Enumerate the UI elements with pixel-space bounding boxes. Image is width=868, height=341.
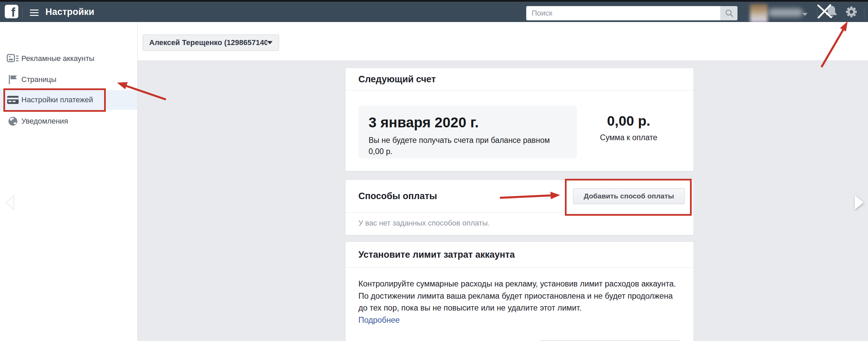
search-input[interactable] — [526, 6, 721, 20]
payment-methods-card-body: У вас нет заданных способов оплаты. — [346, 213, 693, 234]
spend-limit-card: Установите лимит затрат аккаунта Контрол… — [345, 241, 694, 341]
next-bill-card: Следующий счет 3 января 2020 г. Вы не бу… — [345, 68, 694, 171]
card-title: Следующий счет — [358, 74, 436, 85]
search-icon — [725, 9, 734, 18]
payment-methods-card: Способы оплаты Добавить способ оплаты У … — [345, 179, 694, 235]
sidebar-item-pages[interactable]: Страницы — [0, 70, 137, 89]
top-navbar: f Настройки — [0, 2, 868, 22]
settings-sidebar: Рекламные аккаунты Страницы Настройки — [0, 22, 138, 341]
spend-limit-description: Контролируйте суммарные расходы на рекла… — [358, 278, 680, 326]
spend-limit-card-body: Контролируйте суммарные расходы на рекла… — [346, 268, 693, 341]
sidebar-item-label: Настройки платежей — [21, 95, 93, 104]
page-title: Настройки — [45, 2, 94, 22]
learn-more-link[interactable]: Подробнее — [358, 314, 400, 326]
avatar[interactable] — [750, 4, 768, 23]
carousel-left-arrow[interactable] — [4, 194, 15, 212]
amount-due-label: Сумма к оплате — [600, 133, 657, 142]
navbar-divider — [22, 8, 23, 19]
facebook-logo-icon[interactable]: f — [5, 5, 18, 18]
next-bill-card-body: 3 января 2020 г. Вы не будете получать с… — [346, 91, 693, 158]
add-payment-method-button[interactable]: Добавить способ оплаты — [573, 188, 685, 204]
payment-methods-card-header: Способы оплаты Добавить способ оплаты — [346, 180, 693, 213]
card-title: Способы оплаты — [358, 191, 437, 201]
ad-accounts-icon — [6, 54, 20, 63]
chevron-down-icon — [267, 41, 273, 44]
globe-icon — [6, 116, 20, 126]
search-button[interactable] — [721, 6, 737, 20]
next-bill-amount-block: 0,00 р. Сумма к оплате — [577, 106, 680, 158]
card-title: Установите лимит затрат аккаунта — [358, 250, 515, 260]
profile-menu-caret-icon[interactable] — [802, 11, 808, 17]
sidebar-item-ad-accounts[interactable]: Рекламные аккаунты — [0, 49, 137, 68]
sidebar-item-label: Рекламные аккаунты — [21, 54, 94, 63]
credit-card-icon — [6, 95, 20, 104]
account-selector-dropdown[interactable]: Алексей Терещенко (1298657140... — [143, 35, 279, 51]
sidebar-item-notifications[interactable]: Уведомления — [0, 112, 137, 131]
carousel-right-arrow[interactable] — [854, 194, 865, 213]
search-bar — [526, 6, 737, 20]
hamburger-menu-icon[interactable] — [30, 9, 39, 16]
user-name-blurred — [768, 8, 803, 17]
next-bill-note: Вы не будете получать счета при балансе … — [369, 135, 564, 157]
gear-icon[interactable] — [845, 2, 858, 22]
navbar-divider — [817, 8, 817, 19]
sidebar-item-payment-settings[interactable]: Настройки платежей — [0, 90, 137, 110]
payment-settings-page: f Настройки — [0, 0, 868, 341]
sidebar-item-label: Уведомления — [21, 117, 68, 126]
navbar-divider — [864, 8, 864, 19]
spend-limit-card-header: Установите лимит затрат аккаунта — [346, 242, 693, 268]
no-payment-methods-text: У вас нет заданных способов оплаты. — [358, 219, 490, 227]
next-bill-card-header: Следующий счет — [346, 68, 693, 91]
account-selector-label: Алексей Терещенко (1298657140... — [149, 38, 267, 47]
next-bill-date: 3 января 2020 г. — [369, 114, 567, 131]
pages-flag-icon — [6, 74, 20, 85]
amount-due-value: 0,00 р. — [607, 113, 650, 129]
next-bill-date-box: 3 января 2020 г. Вы не будете получать с… — [358, 106, 577, 158]
notifications-bell-icon[interactable] — [825, 2, 838, 22]
sidebar-item-label: Страницы — [21, 75, 56, 84]
